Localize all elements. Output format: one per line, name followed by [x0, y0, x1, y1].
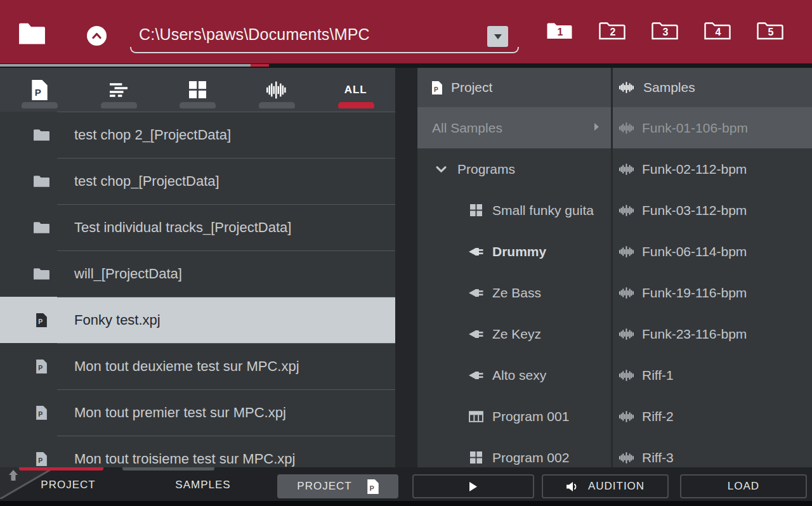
bottom-tab-samples[interactable]: SAMPLES — [159, 476, 247, 495]
tree-row[interactable]: Alto sexy — [417, 354, 611, 396]
play-button[interactable] — [412, 474, 534, 498]
svg-text:P: P — [35, 87, 41, 98]
file-browser-panel: P — [0, 68, 395, 467]
folder-icon — [33, 174, 50, 188]
tab-programs[interactable] — [158, 68, 237, 112]
folder-slot-button[interactable]: 5 — [756, 19, 784, 42]
path-underline — [130, 47, 519, 53]
file-row[interactable]: P test chop 2_[ProjectData] — [0, 112, 395, 158]
waveform-icon — [619, 451, 634, 464]
file-row[interactable]: P will_[ProjectData] — [0, 250, 395, 297]
tree-row[interactable]: Program 001 — [417, 396, 611, 437]
speaker-icon — [566, 481, 579, 492]
folder-slot-icon: 4 — [704, 19, 731, 41]
chevron-down-icon — [494, 34, 502, 40]
file-list: P test chop 2_[ProjectData] P — [0, 112, 395, 467]
tab-indicator-active — [338, 102, 374, 108]
path-dropdown-button[interactable] — [487, 26, 508, 47]
top-scrollbar[interactable] — [0, 63, 812, 68]
folder-icon — [33, 221, 50, 234]
up-directory-button[interactable] — [87, 26, 107, 46]
sample-row[interactable]: Riff-2 — [613, 396, 812, 437]
plug-icon — [468, 329, 483, 339]
tree-row[interactable]: Drummy — [417, 231, 611, 272]
tab-sequences[interactable] — [79, 68, 159, 112]
folder-slot-button[interactable]: 4 — [704, 19, 731, 42]
sample-name: Funk-06-114-bpm — [642, 244, 747, 259]
svg-text:4: 4 — [716, 27, 721, 37]
scrollbar-thumb[interactable] — [251, 64, 269, 67]
plug-icon — [468, 370, 483, 380]
audition-button[interactable]: AUDITION — [542, 474, 669, 498]
waveform-icon — [619, 81, 634, 94]
project-file-icon: P — [367, 479, 379, 494]
waveform-icon — [619, 369, 634, 382]
tree-item-label: Alto sexy — [492, 368, 546, 383]
tab-indicator — [180, 102, 216, 108]
folder-icon[interactable] — [18, 20, 46, 46]
file-row[interactable]: P Mon tout troisieme test sur MPC.xpj — [0, 436, 395, 467]
tree-item-label: Program 001 — [492, 409, 569, 424]
audition-label: AUDITION — [588, 480, 645, 493]
tree-row[interactable]: Ze Keyz — [417, 313, 611, 354]
top-bar: C:\Users\paws\Documents\MPC 1 — [0, 0, 812, 63]
folder-slot-bar: 1 2 3 — [546, 19, 799, 44]
file-row[interactable]: P Mon tout deuxieme test sur MPC.xpj — [0, 343, 395, 389]
load-button[interactable]: LOAD — [680, 474, 807, 498]
sample-row[interactable]: Funk-06-114-bpm — [613, 231, 812, 272]
file-row[interactable]: P Test individual tracks_[ProjectData] — [0, 204, 395, 250]
folder-icon — [33, 267, 50, 280]
file-row[interactable]: P Mon tout premier test sur MPC.xpj — [0, 389, 395, 436]
tab-all[interactable]: ALL — [316, 68, 395, 112]
sample-name: Funk-02-112-bpm — [642, 162, 747, 177]
tree-item-label: Programs — [457, 162, 515, 177]
sample-row[interactable]: Riff-3 — [613, 437, 812, 467]
folder-slot-button[interactable]: 3 — [651, 19, 679, 42]
tab-samples[interactable] — [237, 68, 317, 112]
tree-row[interactable]: Ze Bass — [417, 272, 611, 313]
folder-slot-button[interactable]: 1 — [546, 19, 573, 42]
sample-row[interactable]: Funk-02-112-bpm — [613, 148, 812, 190]
folder-slot-icon: 1 — [546, 19, 573, 41]
project-column-header: P Project — [417, 68, 611, 107]
sample-row-highlighted[interactable]: Funk-01-106-bpm — [613, 107, 812, 148]
folder-slot-icon: 2 — [598, 19, 626, 41]
file-name: will_[ProjectData] — [74, 266, 182, 282]
svg-text:P: P — [38, 457, 43, 464]
tree-row[interactable]: Small funky guita — [417, 190, 611, 231]
tree-item-label: Drummy — [492, 244, 546, 259]
file-row[interactable]: P test chop_[ProjectData] — [0, 158, 395, 204]
bottom-tab-project[interactable]: PROJECT — [25, 476, 111, 495]
sample-row[interactable]: Funk-19-116-bpm — [613, 272, 812, 313]
pad-grid-icon — [470, 451, 482, 464]
svg-text:P: P — [434, 86, 438, 93]
folder-icon — [33, 128, 50, 141]
tab-project-files[interactable]: P — [0, 68, 79, 112]
waveform-icon — [619, 204, 634, 217]
project-filter-button[interactable]: PROJECT P — [277, 474, 398, 498]
svg-text:P: P — [38, 318, 43, 325]
folder-slot-icon: 5 — [756, 19, 784, 41]
file-name: Mon tout deuxieme test sur MPC.xpj — [74, 358, 299, 375]
mpc-browser-window: C:\Users\paws\Documents\MPC 1 — [0, 0, 812, 506]
svg-text:P: P — [369, 484, 374, 492]
program-icon — [189, 81, 206, 98]
arrow-right-icon — [594, 122, 599, 131]
folder-slot-button[interactable]: 2 — [598, 19, 626, 42]
chevron-down-icon — [436, 165, 447, 173]
sample-row[interactable]: Riff-1 — [613, 354, 812, 396]
sample-row[interactable]: Funk-03-112-bpm — [613, 190, 812, 231]
project-file-icon: P — [432, 81, 442, 94]
sample-row[interactable]: Funk-23-116-bpm — [613, 313, 812, 354]
tree-row[interactable]: Program 002 — [417, 437, 611, 467]
file-row[interactable]: P Fonky test.xpj — [0, 297, 395, 343]
file-name: test chop_[ProjectData] — [74, 173, 219, 190]
bottom-tab-indicator — [122, 467, 214, 470]
tree-item-label: Ze Keyz — [492, 327, 541, 342]
path-input[interactable]: C:\Users\paws\Documents\MPC — [130, 19, 520, 56]
project-filter-label: PROJECT — [297, 480, 351, 493]
tree-row[interactable]: Programs — [417, 148, 611, 190]
load-label: LOAD — [728, 480, 759, 493]
all-samples-item[interactable]: All Samples — [417, 107, 611, 148]
svg-text:1: 1 — [558, 27, 563, 37]
